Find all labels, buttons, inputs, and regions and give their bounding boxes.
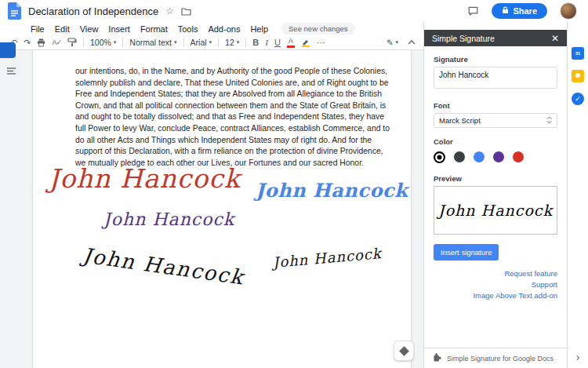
editing-mode-button[interactable]: ✎ ▾ — [387, 38, 398, 47]
addon-sidebar: Simple Signature ✕ Signature Font Marck … — [423, 22, 567, 368]
color-field-group: Color — [434, 137, 557, 165]
chevron-down-icon: ▾ — [237, 39, 240, 46]
color-swatch-row — [434, 149, 557, 165]
color-swatch-gray[interactable] — [454, 151, 465, 162]
preview-group: Preview John Hancock — [434, 174, 557, 235]
support-link[interactable]: Support — [434, 279, 557, 290]
paragraph-style-select[interactable]: Normal text ▾ — [129, 38, 176, 47]
color-swatch-blue[interactable] — [474, 151, 485, 162]
spellcheck-icon[interactable]: A✓ — [52, 39, 61, 46]
text-color-swatch — [287, 46, 295, 48]
document-paragraph[interactable]: our intentions, do, in the Name, and by … — [75, 66, 390, 169]
font-label: Font — [434, 101, 557, 110]
highlight-color-button[interactable] — [301, 38, 310, 47]
italic-button[interactable]: I — [265, 38, 268, 47]
signature-image-purple[interactable]: John Hancock — [103, 210, 234, 229]
chevron-down-icon: ▾ — [395, 39, 398, 46]
font-select[interactable]: Marck Script — [434, 113, 557, 128]
menu-view[interactable]: View — [80, 24, 99, 34]
zoom-select[interactable]: 100% ▾ — [90, 38, 116, 47]
font-size-select[interactable]: 12 ▾ — [225, 38, 239, 47]
menu-tools[interactable]: Tools — [178, 24, 198, 34]
signature-image-black-right[interactable]: John Hancock — [272, 245, 382, 271]
menu-format[interactable]: Format — [140, 24, 168, 34]
chevron-down-icon: ▾ — [209, 39, 212, 46]
color-swatch-purple[interactable] — [493, 151, 504, 162]
sidebar-footer: Simple Signature for Google Docs — [424, 348, 567, 368]
lock-icon — [502, 6, 509, 16]
print-icon[interactable] — [37, 38, 45, 47]
google-docs-app: Declaration of Independence ☆ Share — [0, 0, 588, 368]
signature-input[interactable] — [434, 67, 557, 89]
request-feature-link[interactable]: Request feature — [434, 268, 557, 279]
main-region: File Edit View Insert Format Tools Add-o… — [0, 22, 588, 368]
menu-insert[interactable]: Insert — [108, 24, 130, 34]
toolbar-divider — [218, 38, 219, 47]
redo-icon[interactable]: ↷ — [24, 38, 31, 47]
document-page[interactable]: our intentions, do, in the Name, and by … — [33, 50, 411, 368]
document-title[interactable]: Declaration of Independence — [28, 5, 158, 17]
puzzle-piece-icon — [432, 352, 442, 364]
font-select-value: Marck Script — [439, 116, 481, 125]
menu-addons[interactable]: Add-ons — [208, 24, 240, 34]
star-icon[interactable]: ☆ — [165, 6, 174, 16]
chevron-down-icon: ▾ — [114, 39, 117, 46]
updown-arrows-icon — [546, 116, 552, 126]
insert-signature-button[interactable]: Insert signature — [434, 244, 499, 261]
topbar: Declaration of Independence ☆ Share — [0, 0, 588, 22]
underline-button[interactable]: U — [274, 38, 281, 47]
explore-button[interactable] — [394, 341, 414, 361]
signature-label: Signature — [434, 55, 557, 64]
text-color-glyph: A — [289, 38, 293, 45]
docs-edge-chip — [0, 42, 16, 58]
see-new-changes-button[interactable]: See new changes — [281, 23, 355, 35]
move-folder-icon[interactable] — [181, 7, 191, 16]
more-tools-icon[interactable]: ⋯ — [317, 38, 325, 47]
chevron-down-icon: ▾ — [174, 39, 177, 46]
font-family-value: Arial — [191, 38, 207, 47]
paint-format-icon[interactable] — [67, 38, 77, 47]
user-avatar[interactable] — [560, 2, 577, 20]
signature-field-group: Signature — [434, 55, 557, 92]
sidebar-header: Simple Signature ✕ — [424, 30, 567, 46]
font-field-group: Font Marck Script — [434, 101, 557, 128]
close-icon[interactable]: ✕ — [551, 33, 559, 44]
color-swatch-black-selected[interactable] — [434, 151, 445, 163]
signature-image-blue[interactable]: John Hancock — [256, 179, 408, 202]
menu-help[interactable]: Help — [250, 24, 268, 34]
text-color-button[interactable]: A — [287, 38, 295, 48]
toolbar-divider — [183, 38, 184, 47]
menu-bar: File Edit View Insert Format Tools Add-o… — [0, 22, 423, 35]
document-canvas: our intentions, do, in the Name, and by … — [0, 50, 423, 368]
color-swatch-red[interactable] — [513, 151, 524, 162]
signature-image-black-left[interactable]: John Hancock — [82, 243, 245, 290]
share-button[interactable]: Share — [492, 3, 547, 19]
hide-menus-icon[interactable] — [408, 40, 416, 45]
zoom-value: 100% — [90, 38, 111, 47]
comment-history-icon[interactable] — [467, 5, 479, 16]
expand-panel-icon[interactable]: › — [576, 352, 580, 363]
editor-column: File Edit View Insert Format Tools Add-o… — [0, 22, 423, 368]
topbar-right: Share — [467, 2, 580, 20]
signature-image-red[interactable]: John Hancock — [49, 163, 241, 194]
menu-file[interactable]: File — [31, 24, 45, 34]
toolbar-divider — [245, 38, 246, 47]
side-panel-rail: 31 ✓ › — [567, 22, 588, 368]
google-docs-logo-icon[interactable] — [8, 2, 21, 20]
keep-icon[interactable] — [572, 70, 584, 82]
pencil-icon: ✎ — [387, 38, 394, 47]
toolbar-divider — [122, 38, 123, 47]
sidebar-links: Request feature Support Image Above Text… — [434, 268, 557, 301]
document-outline-button[interactable] — [4, 64, 18, 78]
explore-icon — [399, 346, 409, 356]
color-label: Color — [434, 137, 557, 146]
toolbar: ↶ ↷ A✓ 100% ▾ Normal text ▾ — [0, 35, 423, 50]
tasks-icon[interactable]: ✓ — [572, 93, 584, 105]
sidebar-title: Simple Signature — [432, 34, 495, 43]
bold-button[interactable]: B — [252, 38, 259, 47]
calendar-icon[interactable]: 31 — [572, 47, 584, 60]
simple-signature-panel: Simple Signature ✕ Signature Font Marck … — [424, 30, 567, 368]
menu-edit[interactable]: Edit — [55, 24, 70, 34]
image-above-text-addon-link[interactable]: Image Above Text add-on — [434, 290, 557, 301]
font-family-select[interactable]: Arial ▾ — [191, 38, 212, 47]
